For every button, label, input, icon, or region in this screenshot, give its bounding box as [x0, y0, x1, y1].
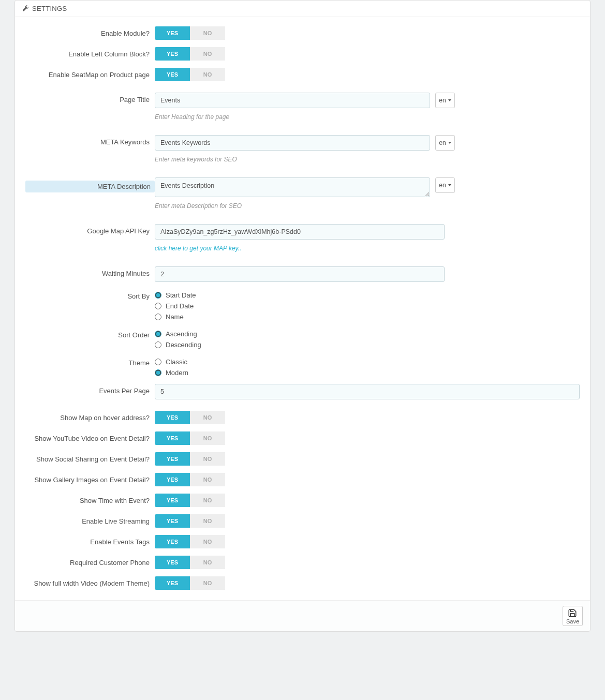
- save-icon: [568, 608, 577, 618]
- label-show-social: Show Social Sharing on Event Detail?: [25, 452, 155, 463]
- label-show-gallery: Show Gallery Images on Event Detail?: [25, 473, 155, 484]
- textarea-meta-description[interactable]: Events Description: [155, 177, 430, 197]
- toggle-enable-tags[interactable]: YESNO: [155, 535, 580, 548]
- label-events-per-page: Events Per Page: [25, 384, 155, 395]
- panel-title: SETTINGS: [32, 5, 67, 12]
- hint-page-title: Enter Heading for the page: [155, 113, 580, 121]
- radio-sortorder-desc[interactable]: Descending: [155, 341, 580, 349]
- lang-dropdown-page-title[interactable]: en: [435, 93, 455, 108]
- toggle-required-phone[interactable]: YESNO: [155, 556, 580, 569]
- panel-body: Enable Module? YES NO Enable Left Column…: [15, 17, 590, 600]
- label-full-width-video: Show full width Video (Modern Theme): [25, 576, 155, 587]
- hint-meta-description: Enter meta Description for SEO: [155, 202, 580, 210]
- label-show-youtube: Show YouTube Video on Event Detail?: [25, 431, 155, 442]
- toggle-enable-live[interactable]: YESNO: [155, 514, 580, 528]
- radio-sortorder-asc[interactable]: Ascending: [155, 330, 580, 338]
- input-page-title[interactable]: [155, 93, 430, 108]
- hint-meta-keywords: Enter meta keywords for SEO: [155, 156, 580, 163]
- label-enable-seatmap: Enable SeatMap on Product page: [25, 68, 155, 79]
- lang-dropdown-meta-description[interactable]: en: [435, 177, 455, 193]
- save-button[interactable]: Save: [563, 606, 583, 626]
- link-get-map-key[interactable]: click here to get your MAP key..: [155, 245, 580, 252]
- input-waiting-minutes[interactable]: [155, 266, 445, 282]
- radio-sortby-start[interactable]: Start Date: [155, 291, 580, 299]
- label-required-phone: Required Customer Phone: [25, 556, 155, 567]
- radio-theme-classic[interactable]: Classic: [155, 358, 580, 366]
- settings-panel: SETTINGS Enable Module? YES NO Enable Le…: [14, 0, 591, 632]
- label-waiting-minutes: Waiting Minutes: [25, 266, 155, 277]
- label-page-title: Page Title: [25, 93, 155, 103]
- radio-sortby-name[interactable]: Name: [155, 313, 580, 321]
- label-sort-order: Sort Order: [25, 328, 155, 339]
- panel-footer: Save: [15, 600, 590, 631]
- radio-sortby-end[interactable]: End Date: [155, 302, 580, 310]
- toggle-show-time[interactable]: YESNO: [155, 494, 580, 507]
- label-enable-module: Enable Module?: [25, 26, 155, 37]
- toggle-show-youtube[interactable]: YESNO: [155, 431, 580, 445]
- caret-down-icon: [448, 184, 451, 186]
- toggle-show-gallery[interactable]: YESNO: [155, 473, 580, 486]
- toggle-enable-seatmap[interactable]: YES NO: [155, 68, 580, 81]
- toggle-show-social[interactable]: YESNO: [155, 452, 580, 466]
- input-gmap-key[interactable]: [155, 224, 445, 240]
- label-meta-keywords: META Keywords: [25, 135, 155, 146]
- label-enable-tags: Enable Events Tags: [25, 535, 155, 546]
- label-meta-description: META Description: [25, 181, 155, 192]
- toggle-enable-left-column[interactable]: YES NO: [155, 47, 580, 61]
- caret-down-icon: [448, 142, 451, 144]
- wrench-icon: [22, 5, 29, 12]
- radio-theme-modern[interactable]: Modern: [155, 369, 580, 377]
- label-enable-live: Enable Live Streaming: [25, 514, 155, 525]
- input-meta-keywords[interactable]: [155, 135, 430, 151]
- label-sort-by: Sort By: [25, 289, 155, 300]
- panel-heading: SETTINGS: [15, 1, 590, 17]
- toggle-full-width-video[interactable]: YESNO: [155, 576, 580, 590]
- toggle-show-map-hover[interactable]: YESNO: [155, 411, 580, 424]
- toggle-enable-module[interactable]: YES NO: [155, 26, 580, 40]
- label-show-map-hover: Show Map on hover address?: [25, 411, 155, 422]
- label-theme: Theme: [25, 356, 155, 367]
- lang-dropdown-meta-keywords[interactable]: en: [435, 135, 455, 151]
- label-show-time: Show Time with Event?: [25, 494, 155, 504]
- caret-down-icon: [448, 99, 451, 101]
- label-enable-left-column: Enable Left Column Block?: [25, 47, 155, 58]
- input-events-per-page[interactable]: [155, 384, 580, 399]
- label-gmap-key: Google Map API Key: [25, 224, 155, 235]
